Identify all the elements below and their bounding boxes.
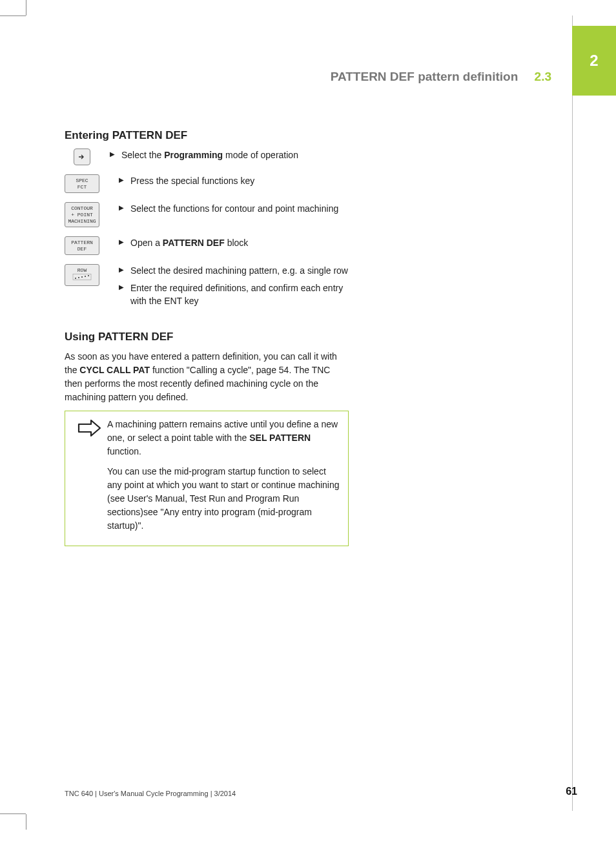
svg-point-2 xyxy=(75,278,76,279)
svg-point-6 xyxy=(88,275,89,276)
text: mode of operation xyxy=(223,150,298,160)
step-text: Select the Programming mode of operation xyxy=(110,148,349,161)
step-text: Open a PATTERN DEF block xyxy=(119,236,349,249)
crop-mark xyxy=(26,0,26,15)
text-bold: Programming xyxy=(164,150,223,160)
chapter-tab: 2 xyxy=(572,26,616,96)
row-dots-icon xyxy=(72,274,92,283)
pattern-def-key-icon: PATTERN DEF xyxy=(65,236,99,255)
text-bold: CYCL CALL PAT xyxy=(79,365,150,375)
crop-mark xyxy=(0,15,26,16)
step-text: Press the special functions key xyxy=(119,174,349,187)
step-text: Select the desired machining pattern, e.… xyxy=(119,264,349,277)
running-head: PATTERN DEF pattern definition 2.3 xyxy=(331,70,551,84)
svg-point-3 xyxy=(78,277,79,278)
running-head-title: PATTERN DEF pattern definition xyxy=(331,70,518,83)
heading-using: Using PATTERN DEF xyxy=(65,331,349,343)
step-text: Enter the required definitions, and conf… xyxy=(119,281,349,308)
text-bold: SEL PATTERN xyxy=(249,433,311,443)
step-text: Select the functions for contour and poi… xyxy=(119,202,349,215)
body-para: As soon as you have entered a pattern de… xyxy=(65,350,349,404)
key-label: ROW xyxy=(77,267,87,274)
page-edge-line xyxy=(572,15,573,811)
text-bold: PATTERN DEF xyxy=(163,238,225,248)
note-box: A machining pattern remains active until… xyxy=(65,411,349,546)
note-para: A machining pattern remains active until… xyxy=(107,418,340,458)
row-key-icon: ROW xyxy=(65,264,99,285)
svg-point-4 xyxy=(81,276,83,278)
text: function. xyxy=(107,446,141,456)
crop-mark xyxy=(0,813,26,814)
programming-mode-key-icon xyxy=(74,148,90,165)
running-head-section: 2.3 xyxy=(535,70,551,83)
crop-mark xyxy=(26,814,26,830)
spec-fct-key-icon: SPEC FCT xyxy=(65,174,99,193)
svg-point-5 xyxy=(85,276,86,277)
text: block xyxy=(225,238,249,248)
text: Open a xyxy=(130,238,163,248)
heading-entering: Entering PATTERN DEF xyxy=(65,129,349,142)
page-number: 61 xyxy=(566,786,577,797)
footer-text: TNC 640 | User's Manual Cycle Programmin… xyxy=(65,790,236,797)
note-para: You can use the mid-program startup func… xyxy=(107,465,340,533)
contour-point-key-icon: CONTOUR + POINT MACHINING xyxy=(65,202,99,227)
text: Select the xyxy=(121,150,164,160)
arrow-note-icon xyxy=(72,418,107,539)
